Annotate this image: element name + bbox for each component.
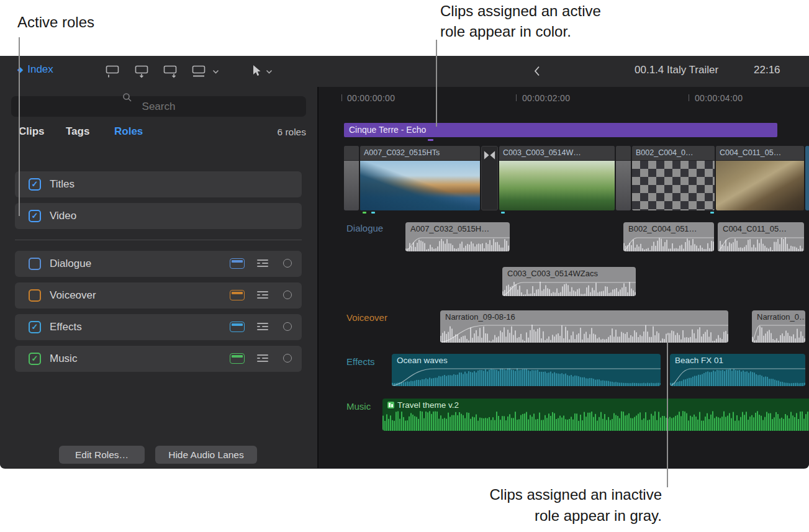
video-clip-partial[interactable] [805,146,809,210]
dialogue-clip[interactable]: B002_C004_051… [623,222,714,251]
role-row-music[interactable]: ✓ Music [15,346,302,372]
annotation-inactive-clips-line1: Clips assigned an inactive [373,484,662,505]
timeline-ruler[interactable]: 00:00:00:00 00:00:02:00 00:00:04:00 [319,87,809,107]
waveform [392,367,661,386]
clip-thumbnail [499,161,615,210]
arrow-tool-icon[interactable] [251,64,262,78]
video-clip[interactable]: C004_C011_05… [716,146,804,210]
audio-lane-icon[interactable] [230,258,245,269]
titles-checkbox[interactable]: ✓ [29,178,41,191]
annotation-line-active-roles [19,37,20,216]
video-clip[interactable]: A007_C032_0515HTs [360,146,480,210]
hide-audio-lanes-button[interactable]: Hide Audio Lanes [155,446,257,464]
ruler-timecode: 00:00:02:00 [522,93,570,103]
video-checkbox[interactable]: ✓ [29,210,41,222]
effects-checkbox[interactable]: ✓ [29,321,41,333]
timeline-index-panel: Clips Tags Roles 6 roles ✓ Titles ✓ Vide… [0,87,318,468]
role-row-effects[interactable]: ✓ Effects [15,314,302,340]
transition-clip[interactable] [481,146,498,210]
clip-thumbnail [716,161,804,210]
waveform [502,281,636,296]
search-input[interactable] [11,96,306,117]
connect-clip-icon[interactable] [104,64,120,79]
annotation-line-active-clips [436,40,437,127]
video-clip[interactable]: B002_C004_0… [632,146,715,210]
ruler-tick [341,94,342,101]
video-clip-partial[interactable] [344,146,359,210]
timeline-pane: 00:00:00:00 00:00:02:00 00:00:04:00 Cinq… [318,87,809,468]
lane-label-music: Music [346,401,371,412]
fcp-window: ◆ Index [0,56,809,469]
cyan-marker [710,212,714,214]
waveform [382,411,809,431]
lane-label-voiceover: Voiceover [346,312,387,323]
focus-icon[interactable] [283,291,292,299]
role-label-effects: Effects [50,314,82,340]
effects-clip[interactable]: Ocean waves [392,354,661,386]
green-marker [363,212,366,214]
video-clip-partial[interactable] [616,146,631,210]
role-row-voiceover[interactable]: Voiceover [15,282,302,309]
focus-icon[interactable] [283,259,292,268]
tab-tags[interactable]: Tags [66,125,89,138]
overwrite-clip-icon[interactable] [191,64,207,79]
clock: 22:16 [754,64,780,76]
clip-thumbnail [360,161,480,210]
dialogue-clip[interactable]: C004_C011_05… [718,222,804,251]
video-clip-name: C004_C011_05… [716,146,804,161]
append-clip-icon[interactable] [162,64,178,79]
music-checkbox[interactable]: ✓ [29,353,41,365]
annotation-active-roles: Active roles [17,12,94,32]
project-title: 00.1.4 Italy Trailer [635,64,718,76]
cyan-marker [501,212,505,214]
effects-clip[interactable]: Beach FX 01 [670,354,805,386]
video-clip-name: B002_C004_0… [632,146,715,161]
title-clip[interactable]: Cinque Terre - Echo [344,123,777,137]
audio-lane-icon[interactable] [230,353,245,364]
clip-thumbnail [344,161,359,210]
role-label-music: Music [50,346,77,372]
video-clip[interactable]: C003_C003_0514W… [499,146,615,210]
divider [15,240,302,240]
role-label-voiceover: Voiceover [50,282,96,309]
waveform [440,324,728,343]
focus-icon[interactable] [283,322,292,331]
annotation-active-clips-line1: Clips assigned an active [440,1,601,21]
role-row-video[interactable]: ✓ Video [15,203,302,229]
ruler-timecode: 00:00:00:00 [347,93,395,103]
voiceover-clip[interactable]: Narration_09-08-16 [440,310,728,343]
insert-clip-icon[interactable] [133,64,150,79]
tool-menu-chevron-icon[interactable] [266,70,273,74]
ruler-tick [689,94,689,101]
waveform [670,367,805,386]
dialogue-clip[interactable]: C003_C003_0514WZacs [502,267,636,296]
subroles-icon[interactable] [257,322,268,331]
back-chevron-icon[interactable] [534,66,540,76]
voiceover-checkbox[interactable] [29,289,41,302]
music-clip[interactable]: Travel theme v.2 [382,399,809,431]
cyan-marker [371,212,375,214]
subroles-icon[interactable] [257,354,268,363]
annotation-line-inactive-clips [667,335,668,487]
subroles-icon[interactable] [257,259,268,268]
tab-roles[interactable]: Roles [114,125,143,138]
voiceover-clip[interactable]: Narration_0… [752,310,805,343]
focus-icon[interactable] [283,354,292,363]
dialogue-clip[interactable]: A007_C032_0515H… [405,222,510,251]
subroles-icon[interactable] [257,291,268,300]
audio-lane-icon[interactable] [230,290,245,300]
annotation-inactive-clips-line2: role appear in gray. [373,505,662,526]
dialogue-checkbox[interactable] [29,258,41,270]
ruler-timecode: 00:00:04:00 [695,93,743,103]
edit-roles-button[interactable]: Edit Roles… [59,446,145,464]
audio-lane-icon[interactable] [230,322,245,332]
ruler-tick [516,94,517,101]
role-row-titles[interactable]: ✓ Titles [15,171,302,197]
title-clip-name: Cinque Terre - Echo [344,123,777,137]
index-button[interactable]: ◆ Index [17,63,53,76]
waveform [752,324,805,343]
edit-tools-chevron-icon[interactable] [212,70,219,74]
role-row-dialogue[interactable]: Dialogue [15,251,302,277]
role-label-titles: Titles [50,171,75,197]
tab-clips[interactable]: Clips [19,125,45,138]
